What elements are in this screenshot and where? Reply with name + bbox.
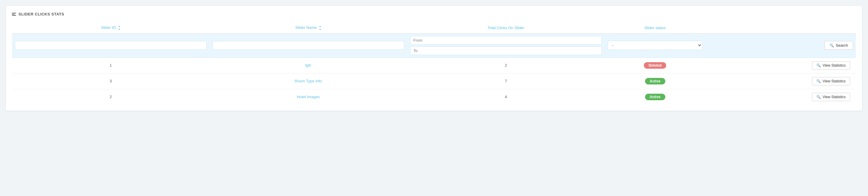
cell-status-1: Active — [605, 73, 706, 89]
search-icon: 🔍 — [830, 43, 834, 48]
status-badge-0: Deleted — [644, 62, 666, 69]
cell-actions-0: 🔍 View Statistics — [705, 57, 856, 73]
cell-clicks-2: 4 — [407, 89, 605, 105]
bars-icon — [12, 13, 16, 16]
filter-to-input[interactable] — [410, 46, 602, 55]
sort-up-icon[interactable]: ▲ — [118, 28, 120, 30]
filter-slider-id-cell — [12, 33, 210, 57]
filter-slider-name-input[interactable] — [213, 41, 404, 50]
table-header-row: Slider ID ▼ ▲ Slider Name ▼ ▲ Total Clic… — [12, 22, 856, 33]
table-row: 3 Room Type Info 7 Active 🔍 View Statist… — [12, 73, 856, 89]
col-header-slider-status: Slider status — [605, 22, 706, 33]
cell-clicks-0: 2 — [407, 57, 605, 73]
filter-clicks-cell — [407, 33, 605, 57]
cell-status-2: Active — [605, 89, 706, 105]
filter-from-input[interactable] — [410, 36, 602, 45]
filter-search-cell: 🔍 Search — [705, 33, 856, 57]
view-stats-icon-2: 🔍 — [816, 95, 821, 99]
view-stats-icon-0: 🔍 — [816, 63, 821, 68]
status-badge-1: Active — [645, 78, 665, 84]
slider-stats-table: Slider ID ▼ ▲ Slider Name ▼ ▲ Total Clic… — [12, 22, 856, 105]
sort-up-icon[interactable]: ▲ — [319, 28, 321, 30]
sort-icons-slider-name[interactable]: ▼ ▲ — [319, 26, 321, 30]
view-stats-label-1: View Statistics — [823, 79, 846, 83]
filter-slider-id-input[interactable] — [15, 41, 207, 50]
col-header-slider-name: Slider Name ▼ ▲ — [210, 22, 407, 33]
cell-id-1: 3 — [12, 73, 210, 89]
cell-actions-2: 🔍 View Statistics — [705, 89, 856, 105]
view-stats-button-1[interactable]: 🔍 View Statistics — [812, 77, 850, 85]
cell-id-0: 1 — [12, 57, 210, 73]
view-stats-label-2: View Statistics — [823, 95, 846, 99]
view-stats-button-2[interactable]: 🔍 View Statistics — [812, 93, 850, 101]
col-header-slider-id: Slider ID ▼ ▲ — [12, 22, 210, 33]
main-card: SLIDER CLICKS STATS Slider ID ▼ ▲ Slider… — [6, 6, 862, 111]
cell-name-2: Hotel Images — [210, 89, 407, 105]
slider-name-link-1[interactable]: Room Type Info — [295, 79, 322, 83]
search-button[interactable]: 🔍 Search — [825, 41, 853, 50]
filter-status-select[interactable]: - Active Deleted — [608, 41, 703, 50]
cell-id-2: 2 — [12, 89, 210, 105]
table-row: 2 Hotel Images 4 Active 🔍 View Statistic… — [12, 89, 856, 105]
filter-status-cell: - Active Deleted — [605, 33, 706, 57]
filter-row: - Active Deleted 🔍 Search — [12, 33, 856, 57]
cell-name-1: Room Type Info — [210, 73, 407, 89]
cell-actions-1: 🔍 View Statistics — [705, 73, 856, 89]
filter-slider-name-cell — [210, 33, 407, 57]
slider-name-link-2[interactable]: Hotel Images — [297, 94, 320, 99]
page-title-text: SLIDER CLICKS STATS — [19, 12, 64, 16]
view-stats-label-0: View Statistics — [823, 63, 846, 68]
view-stats-icon-1: 🔍 — [816, 79, 821, 83]
col-header-actions — [705, 22, 856, 33]
table-row: 1 fgfc 2 Deleted 🔍 View Statistics — [12, 57, 856, 73]
col-header-total-clicks: Total Clicks On Slider — [407, 22, 605, 33]
slider-name-link-0[interactable]: fgfc — [305, 63, 311, 68]
sort-icons-slider-id[interactable]: ▼ ▲ — [118, 26, 120, 30]
cell-name-0: fgfc — [210, 57, 407, 73]
cell-clicks-1: 7 — [407, 73, 605, 89]
view-stats-button-0[interactable]: 🔍 View Statistics — [812, 61, 850, 70]
page-title-bar: SLIDER CLICKS STATS — [12, 12, 856, 16]
status-badge-2: Active — [645, 94, 665, 100]
from-to-wrapper — [410, 36, 602, 55]
cell-status-0: Deleted — [605, 57, 706, 73]
